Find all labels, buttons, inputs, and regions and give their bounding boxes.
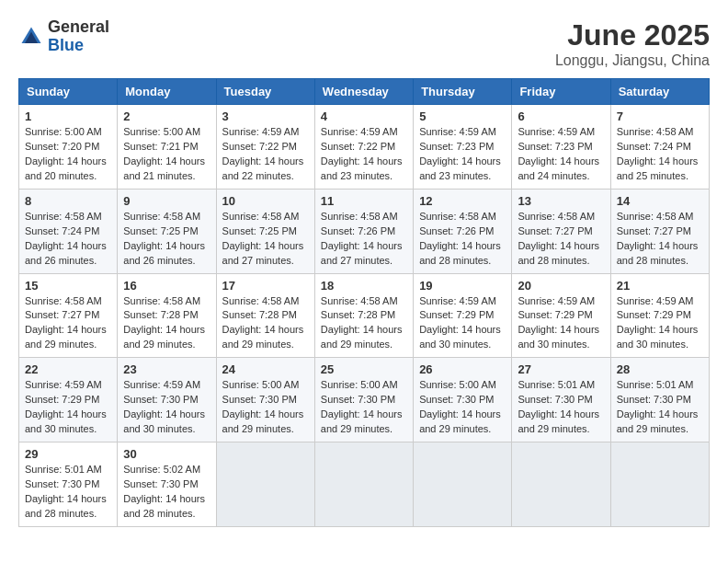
day-info: Sunrise: 4:58 AMSunset: 7:26 PMDaylight:… xyxy=(321,210,407,269)
day-number: 8 xyxy=(25,194,111,208)
day-info: Sunrise: 4:59 AMSunset: 7:30 PMDaylight:… xyxy=(123,378,210,437)
day-number: 4 xyxy=(321,109,407,123)
day-info: Sunrise: 4:59 AMSunset: 7:23 PMDaylight:… xyxy=(419,125,506,184)
table-row: 28Sunrise: 5:01 AMSunset: 7:30 PMDayligh… xyxy=(610,358,709,442)
day-number: 17 xyxy=(222,279,309,293)
table-row: 21Sunrise: 4:59 AMSunset: 7:29 PMDayligh… xyxy=(610,273,709,358)
table-row: 11Sunrise: 4:58 AMSunset: 7:26 PMDayligh… xyxy=(314,189,413,273)
table-row: 18Sunrise: 4:58 AMSunset: 7:28 PMDayligh… xyxy=(314,273,413,358)
logo-icon xyxy=(18,24,44,50)
month-title: June 2025 xyxy=(555,18,710,52)
day-number: 2 xyxy=(123,109,210,123)
table-row: 20Sunrise: 4:59 AMSunset: 7:29 PMDayligh… xyxy=(512,273,610,358)
calendar-header-row: Sunday Monday Tuesday Wednesday Thursday… xyxy=(19,79,710,105)
day-info: Sunrise: 4:58 AMSunset: 7:28 PMDaylight:… xyxy=(321,294,407,353)
day-info: Sunrise: 4:58 AMSunset: 7:26 PMDaylight:… xyxy=(419,210,506,269)
day-number: 7 xyxy=(617,109,703,123)
day-number: 1 xyxy=(25,109,111,123)
day-number: 18 xyxy=(321,279,407,293)
table-row: 1Sunrise: 5:00 AMSunset: 7:20 PMDaylight… xyxy=(19,105,118,190)
calendar-week-row: 1Sunrise: 5:00 AMSunset: 7:20 PMDaylight… xyxy=(19,105,710,190)
calendar-week-row: 15Sunrise: 4:58 AMSunset: 7:27 PMDayligh… xyxy=(19,273,710,358)
title-block: June 2025 Longgu, Jiangsu, China xyxy=(555,18,710,69)
day-number: 23 xyxy=(123,362,210,376)
table-row xyxy=(314,442,413,527)
table-row: 2Sunrise: 5:00 AMSunset: 7:21 PMDaylight… xyxy=(118,105,216,190)
table-row: 30Sunrise: 5:02 AMSunset: 7:30 PMDayligh… xyxy=(118,442,216,527)
location-text: Longgu, Jiangsu, China xyxy=(555,52,710,69)
day-number: 20 xyxy=(518,279,604,293)
header-tuesday: Tuesday xyxy=(216,79,314,105)
day-info: Sunrise: 5:01 AMSunset: 7:30 PMDaylight:… xyxy=(25,463,111,522)
header-wednesday: Wednesday xyxy=(314,79,413,105)
table-row: 12Sunrise: 4:58 AMSunset: 7:26 PMDayligh… xyxy=(414,189,512,273)
calendar-table: Sunday Monday Tuesday Wednesday Thursday… xyxy=(18,78,710,527)
day-info: Sunrise: 5:01 AMSunset: 7:30 PMDaylight:… xyxy=(518,378,604,437)
header-monday: Monday xyxy=(118,79,216,105)
table-row: 29Sunrise: 5:01 AMSunset: 7:30 PMDayligh… xyxy=(19,442,118,527)
day-info: Sunrise: 4:58 AMSunset: 7:24 PMDaylight:… xyxy=(617,125,703,184)
header-thursday: Thursday xyxy=(414,79,512,105)
table-row: 10Sunrise: 4:58 AMSunset: 7:25 PMDayligh… xyxy=(216,189,314,273)
day-info: Sunrise: 4:58 AMSunset: 7:24 PMDaylight:… xyxy=(25,210,111,269)
day-info: Sunrise: 4:58 AMSunset: 7:25 PMDaylight:… xyxy=(123,210,210,269)
day-number: 19 xyxy=(419,279,506,293)
day-number: 10 xyxy=(222,194,309,208)
day-number: 5 xyxy=(419,109,506,123)
day-info: Sunrise: 5:00 AMSunset: 7:30 PMDaylight:… xyxy=(321,378,407,437)
table-row: 3Sunrise: 4:59 AMSunset: 7:22 PMDaylight… xyxy=(216,105,314,190)
day-info: Sunrise: 5:00 AMSunset: 7:30 PMDaylight:… xyxy=(222,378,309,437)
day-number: 27 xyxy=(518,362,604,376)
day-info: Sunrise: 4:58 AMSunset: 7:27 PMDaylight:… xyxy=(617,210,703,269)
day-info: Sunrise: 4:59 AMSunset: 7:23 PMDaylight:… xyxy=(518,125,604,184)
day-number: 14 xyxy=(617,194,703,208)
day-info: Sunrise: 5:00 AMSunset: 7:30 PMDaylight:… xyxy=(419,378,506,437)
table-row: 25Sunrise: 5:00 AMSunset: 7:30 PMDayligh… xyxy=(314,358,413,442)
day-number: 28 xyxy=(617,362,703,376)
header-friday: Friday xyxy=(512,79,610,105)
calendar-week-row: 22Sunrise: 4:59 AMSunset: 7:29 PMDayligh… xyxy=(19,358,710,442)
day-info: Sunrise: 4:59 AMSunset: 7:29 PMDaylight:… xyxy=(419,294,506,353)
table-row: 27Sunrise: 5:01 AMSunset: 7:30 PMDayligh… xyxy=(512,358,610,442)
day-info: Sunrise: 4:59 AMSunset: 7:22 PMDaylight:… xyxy=(321,125,407,184)
header-saturday: Saturday xyxy=(610,79,709,105)
day-number: 25 xyxy=(321,362,407,376)
page-header: General Blue June 2025 Longgu, Jiangsu, … xyxy=(18,18,710,69)
table-row: 23Sunrise: 4:59 AMSunset: 7:30 PMDayligh… xyxy=(118,358,216,442)
day-info: Sunrise: 5:00 AMSunset: 7:20 PMDaylight:… xyxy=(25,125,111,184)
day-info: Sunrise: 4:59 AMSunset: 7:29 PMDaylight:… xyxy=(25,378,111,437)
day-number: 15 xyxy=(25,279,111,293)
day-number: 21 xyxy=(617,279,703,293)
day-info: Sunrise: 4:59 AMSunset: 7:29 PMDaylight:… xyxy=(518,294,604,353)
table-row: 4Sunrise: 4:59 AMSunset: 7:22 PMDaylight… xyxy=(314,105,413,190)
table-row xyxy=(414,442,512,527)
day-info: Sunrise: 4:59 AMSunset: 7:22 PMDaylight:… xyxy=(222,125,309,184)
day-info: Sunrise: 4:58 AMSunset: 7:25 PMDaylight:… xyxy=(222,210,309,269)
table-row: 24Sunrise: 5:00 AMSunset: 7:30 PMDayligh… xyxy=(216,358,314,442)
table-row: 15Sunrise: 4:58 AMSunset: 7:27 PMDayligh… xyxy=(19,273,118,358)
table-row: 19Sunrise: 4:59 AMSunset: 7:29 PMDayligh… xyxy=(414,273,512,358)
table-row: 13Sunrise: 4:58 AMSunset: 7:27 PMDayligh… xyxy=(512,189,610,273)
day-number: 30 xyxy=(123,447,210,461)
header-sunday: Sunday xyxy=(19,79,118,105)
day-number: 16 xyxy=(123,279,210,293)
day-info: Sunrise: 5:02 AMSunset: 7:30 PMDaylight:… xyxy=(123,463,210,522)
day-number: 12 xyxy=(419,194,506,208)
day-info: Sunrise: 4:59 AMSunset: 7:29 PMDaylight:… xyxy=(617,294,703,353)
calendar-week-row: 8Sunrise: 4:58 AMSunset: 7:24 PMDaylight… xyxy=(19,189,710,273)
table-row: 17Sunrise: 4:58 AMSunset: 7:28 PMDayligh… xyxy=(216,273,314,358)
table-row: 26Sunrise: 5:00 AMSunset: 7:30 PMDayligh… xyxy=(414,358,512,442)
day-number: 11 xyxy=(321,194,407,208)
day-info: Sunrise: 5:00 AMSunset: 7:21 PMDaylight:… xyxy=(123,125,210,184)
day-number: 6 xyxy=(518,109,604,123)
logo-general-text: General xyxy=(48,18,109,37)
logo: General Blue xyxy=(18,18,109,55)
day-number: 26 xyxy=(419,362,506,376)
day-info: Sunrise: 4:58 AMSunset: 7:28 PMDaylight:… xyxy=(123,294,210,353)
day-number: 3 xyxy=(222,109,309,123)
table-row: 14Sunrise: 4:58 AMSunset: 7:27 PMDayligh… xyxy=(610,189,709,273)
day-number: 13 xyxy=(518,194,604,208)
table-row: 5Sunrise: 4:59 AMSunset: 7:23 PMDaylight… xyxy=(414,105,512,190)
day-number: 22 xyxy=(25,362,111,376)
day-info: Sunrise: 4:58 AMSunset: 7:28 PMDaylight:… xyxy=(222,294,309,353)
